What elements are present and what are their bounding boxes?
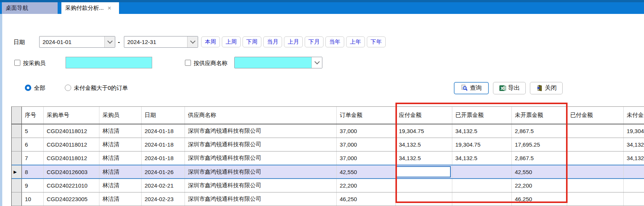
cell-unpaid-amount[interactable] <box>624 165 644 178</box>
cell-paid-amount[interactable] <box>567 179 624 192</box>
cell-date[interactable]: 2024-01-26 <box>142 165 185 178</box>
date-to-combobox[interactable]: 2024-12-31 <box>124 36 198 48</box>
cell-no[interactable]: 10 <box>22 192 44 206</box>
radio-all[interactable] <box>25 85 31 91</box>
chevron-down-icon[interactable] <box>311 57 322 68</box>
quick-range-button[interactable]: 上年 <box>346 36 365 47</box>
radio-unpaid-orders[interactable] <box>65 85 71 91</box>
cell-paid-amount[interactable] <box>567 192 624 206</box>
cell-invoiced-amount[interactable]: 34,132.5 <box>452 124 512 138</box>
quick-range-button[interactable]: 下周 <box>243 36 261 47</box>
quick-range-button[interactable]: 上月 <box>284 36 303 47</box>
cell-order-amount[interactable]: 42,550 <box>337 165 396 178</box>
cell-date[interactable]: 2024-02-23 <box>142 192 185 206</box>
cell-payable-amount[interactable] <box>396 192 452 206</box>
close-icon[interactable]: × <box>108 5 111 11</box>
supplier-combobox[interactable] <box>234 57 322 68</box>
cell-payable-amount[interactable]: 34,132.5 <box>396 138 452 151</box>
column-header-supplier[interactable]: 供应商名称 <box>185 107 337 124</box>
cell-supplier[interactable]: 深圳市鑫鸿锐通科技有限公司 <box>185 151 337 165</box>
cell-payable-amount[interactable]: 34,132.5 <box>396 151 452 165</box>
cell-uninvoiced-amount[interactable]: 17,695.25 <box>512 138 567 151</box>
column-header-po-number[interactable]: 采购单号 <box>44 107 99 124</box>
cell-payable-amount[interactable] <box>396 165 452 178</box>
column-header-buyer[interactable]: 采购员 <box>99 107 142 124</box>
by-purchaser-checkbox[interactable] <box>14 60 20 66</box>
cell-uninvoiced-amount[interactable]: 42,550 <box>512 165 567 178</box>
quick-range-button[interactable]: 当年 <box>325 36 344 47</box>
cell-date[interactable]: 2024-02-21 <box>142 179 185 192</box>
close-button[interactable]: 关闭 <box>530 82 563 94</box>
row-selector-gutter[interactable] <box>12 151 22 165</box>
cell-buyer[interactable]: 林洁清 <box>99 192 142 206</box>
cell-order-amount[interactable]: 22,200 <box>337 179 396 192</box>
row-selector-gutter[interactable] <box>12 124 22 138</box>
cell-order-amount[interactable]: 37,000 <box>337 151 396 165</box>
cell-unpaid-amount[interactable] <box>624 192 644 206</box>
cell-supplier[interactable]: 深圳市鑫鸿锐通科技有限公司 <box>185 165 337 178</box>
cell-invoiced-amount[interactable]: 34,132.5 <box>452 151 512 165</box>
tab-purchase-payment-analysis[interactable]: 采购付款分析... × <box>61 2 119 14</box>
cell-paid-amount[interactable] <box>567 124 624 138</box>
column-header-payable-amount[interactable]: 应付金额 <box>396 107 452 124</box>
query-button[interactable]: 查询 <box>454 82 489 94</box>
cell-uninvoiced-amount[interactable]: 2,867.5 <box>512 124 567 138</box>
chevron-down-icon[interactable] <box>104 36 115 47</box>
cell-date[interactable]: 2024-01-18 <box>142 151 185 165</box>
cell-order-amount[interactable]: 37,000 <box>337 138 396 151</box>
cell-invoiced-amount[interactable] <box>452 192 512 206</box>
cell-supplier[interactable]: 深圳市鑫鸿锐通科技有限公司 <box>185 138 337 151</box>
cell-payable-amount[interactable]: 19,304.75 <box>396 124 452 138</box>
column-header-unpaid-amount[interactable]: 未付金额 <box>624 107 644 124</box>
cell-po-number[interactable]: CGD240126003 <box>44 165 99 178</box>
column-header-uninvoiced-amount[interactable]: 未开票金额 <box>512 107 567 124</box>
cell-payable-amount[interactable] <box>396 179 452 192</box>
quick-range-button[interactable]: 下月 <box>305 36 324 47</box>
by-supplier-checkbox[interactable] <box>185 60 191 66</box>
cell-supplier[interactable]: 深圳市鑫鸿锐通科技有限公司 <box>185 179 337 192</box>
cell-no[interactable]: 8 <box>22 165 44 178</box>
cell-po-number[interactable]: CGD240118012 <box>44 151 99 165</box>
cell-buyer[interactable]: 林洁清 <box>99 151 142 165</box>
cell-supplier[interactable]: 深圳市鑫鸿锐通科技有限公司 <box>185 192 337 206</box>
purchaser-input[interactable] <box>66 57 152 68</box>
cell-no[interactable]: 9 <box>22 179 44 192</box>
row-selector-gutter[interactable] <box>12 138 22 151</box>
cell-invoiced-amount[interactable] <box>452 179 512 192</box>
row-selector-gutter[interactable]: ▶ <box>12 165 22 178</box>
cell-buyer[interactable]: 林洁清 <box>99 165 142 178</box>
tab-desktop-navigation[interactable]: 桌面导航 <box>2 2 58 14</box>
date-from-combobox[interactable]: 2024-01-01 <box>39 36 115 48</box>
cell-no[interactable]: 5 <box>22 124 44 138</box>
cell-order-amount[interactable]: 46,250 <box>337 192 396 206</box>
cell-uninvoiced-amount[interactable]: 22,200 <box>512 179 567 192</box>
export-button[interactable]: X 导出 <box>493 82 526 94</box>
cell-unpaid-amount[interactable]: 19,304.75 <box>624 124 644 138</box>
cell-unpaid-amount[interactable]: 34,132.5 <box>624 138 644 151</box>
cell-no[interactable]: 6 <box>22 138 44 151</box>
column-header-paid-amount[interactable]: 已付金额 <box>567 107 624 124</box>
cell-po-number[interactable]: CGD240118012 <box>44 138 99 151</box>
column-header-invoiced-amount[interactable]: 已开票金额 <box>452 107 512 124</box>
row-selector-gutter[interactable] <box>12 192 22 206</box>
cell-date[interactable]: 2024-01-18 <box>142 138 185 151</box>
column-header-no[interactable]: 序号 <box>22 107 44 124</box>
cell-uninvoiced-amount[interactable]: 46,250 <box>512 192 567 206</box>
cell-paid-amount[interactable] <box>567 165 624 178</box>
cell-invoiced-amount[interactable]: 19,304.75 <box>452 138 512 151</box>
quick-range-button[interactable]: 上周 <box>222 36 241 47</box>
cell-paid-amount[interactable] <box>567 138 624 151</box>
cell-supplier[interactable]: 深圳市鑫鸿锐通科技有限公司 <box>185 124 337 138</box>
cell-unpaid-amount[interactable] <box>624 179 644 192</box>
cell-buyer[interactable]: 林洁清 <box>99 179 142 192</box>
column-header-order-amount[interactable]: 订单金额 <box>337 107 396 124</box>
cell-paid-amount[interactable] <box>567 151 624 165</box>
cell-date[interactable]: 2024-01-18 <box>142 124 185 138</box>
quick-range-button[interactable]: 当月 <box>263 36 282 47</box>
chevron-down-icon[interactable] <box>187 36 198 47</box>
quick-range-button[interactable]: 本周 <box>201 36 220 47</box>
cell-po-number[interactable]: CGD240223005 <box>44 192 99 206</box>
cell-invoiced-amount[interactable] <box>452 165 512 178</box>
cell-uninvoiced-amount[interactable]: 2,867.5 <box>512 151 567 165</box>
quick-range-button[interactable]: 下年 <box>367 36 386 47</box>
